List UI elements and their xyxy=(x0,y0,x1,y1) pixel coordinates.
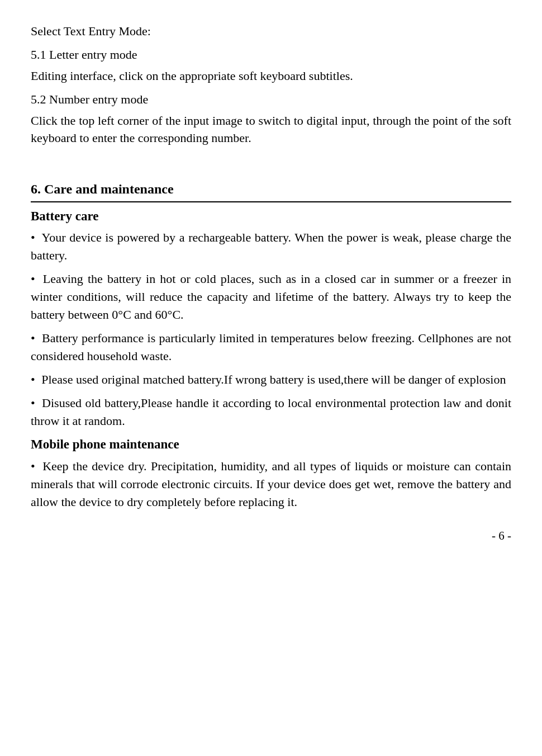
battery-bullet3: Battery performance is particularly limi… xyxy=(31,329,511,365)
section52-label: 5.2 Number entry mode xyxy=(31,91,511,108)
intro-section: Select Text Entry Mode: 5.1 Letter entry… xyxy=(31,22,511,147)
battery-heading: Battery care xyxy=(31,207,511,225)
page-number: - 6 - xyxy=(31,527,511,544)
section51-label: 5.1 Letter entry mode xyxy=(31,46,511,64)
battery-bullet5: Disused old battery,Please handle it acc… xyxy=(31,394,511,430)
battery-bullet1: Your device is powered by a rechargeable… xyxy=(31,229,511,264)
section52-text: Click the top left corner of the input i… xyxy=(31,112,511,148)
select-label: Select Text Entry Mode: xyxy=(31,22,511,40)
mobile-bullet1: Keep the device dry. Precipitation, humi… xyxy=(31,457,511,511)
page-content: Select Text Entry Mode: 5.1 Letter entry… xyxy=(31,22,511,545)
care-section: 6. Care and maintenance Battery care You… xyxy=(31,179,511,511)
battery-bullet4: Please used original matched battery.If … xyxy=(31,371,511,389)
mobile-heading: Mobile phone maintenance xyxy=(31,435,511,453)
care-heading: 6. Care and maintenance xyxy=(31,179,511,202)
section51-text: Editing interface, click on the appropri… xyxy=(31,67,511,85)
battery-bullet2: Leaving the battery in hot or cold place… xyxy=(31,270,511,324)
